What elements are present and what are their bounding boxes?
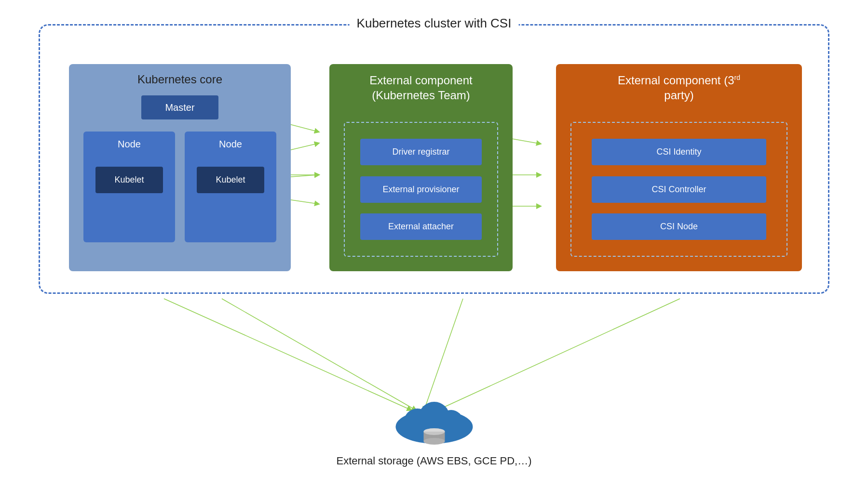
storage-section: External storage (AWS EBS, GCE PD,…) (336, 388, 531, 467)
ext-3rd-title-line2: party) (664, 89, 693, 102)
diagram-container: Kubernetes cluster with CSI (29, 14, 839, 472)
node2-label: Node (219, 139, 242, 150)
nodes-row: Node Kubelet Node Kubelet (79, 132, 281, 242)
ext-k8s-inner: Driver registrar External provisioner Ex… (344, 122, 498, 257)
cluster-title: Kubernetes cluster with CSI (350, 16, 519, 31)
ext-k8s-panel: External component (Kubernetes Team) Dri… (329, 64, 513, 271)
ext-provisioner-box: External provisioner (360, 176, 482, 203)
cloud-svg (386, 388, 482, 451)
master-box: Master (141, 95, 218, 119)
csi-controller-box: CSI Controller (592, 176, 766, 203)
storage-label: External storage (AWS EBS, GCE PD,…) (336, 455, 531, 467)
kubelet2-box: Kubelet (197, 167, 264, 193)
k8s-cluster: Kubernetes cluster with CSI (39, 24, 829, 294)
ext-attacher-box: External attacher (360, 213, 482, 240)
driver-registrar-label: Driver registrar (392, 147, 449, 157)
ext-attacher-label: External attacher (388, 222, 454, 232)
node1-box: Node Kubelet (83, 132, 175, 242)
driver-registrar-box: Driver registrar (360, 139, 482, 165)
svg-point-19 (423, 428, 445, 435)
csi-node-box: CSI Node (592, 213, 766, 240)
kubelet1-label: Kubelet (114, 175, 144, 185)
k8s-core-panel: Kubernetes core Master Node Kubelet Node… (69, 64, 291, 271)
ext-k8s-title: External component (Kubernetes Team) (329, 64, 513, 107)
ext-3rd-inner: CSI Identity CSI Controller CSI Node (570, 122, 787, 257)
node2-box: Node Kubelet (185, 132, 276, 242)
ext-3rd-panel: External component (3rd party) CSI Ident… (556, 64, 802, 271)
ext-provisioner-label: External provisioner (382, 185, 459, 195)
csi-identity-box: CSI Identity (592, 139, 766, 165)
csi-node-label: CSI Node (660, 222, 698, 232)
csi-controller-label: CSI Controller (651, 185, 706, 195)
kubelet1-box: Kubelet (95, 167, 163, 193)
ext-3rd-title: External component (3rd party) (556, 64, 802, 105)
master-label: Master (165, 102, 194, 113)
k8s-core-title: Kubernetes core (69, 64, 291, 91)
ext-3rd-title-line1: External component (3rd (618, 74, 740, 87)
kubelet2-label: Kubelet (216, 175, 245, 185)
svg-point-18 (423, 438, 445, 445)
node1-label: Node (118, 139, 141, 150)
ext-k8s-title-line1: External component (369, 74, 472, 87)
ext-k8s-title-line2: (Kubernetes Team) (372, 89, 470, 102)
csi-identity-label: CSI Identity (656, 147, 701, 157)
